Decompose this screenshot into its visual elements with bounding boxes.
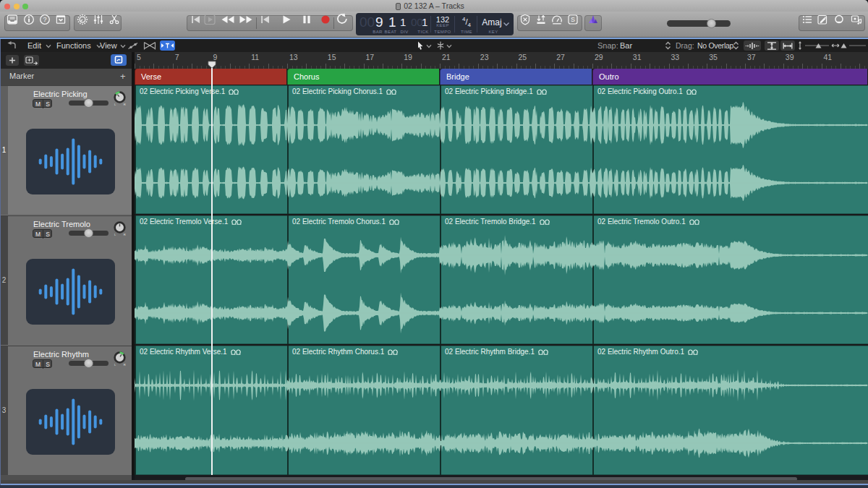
svg-text:L: L xyxy=(114,363,116,367)
svg-text:L: L xyxy=(114,103,116,106)
svg-text:L: L xyxy=(114,233,116,236)
svg-text:R: R xyxy=(124,233,126,236)
svg-text:R: R xyxy=(124,103,126,106)
svg-text:?: ? xyxy=(43,16,46,23)
svg-text:S: S xyxy=(571,16,575,23)
svg-text:R: R xyxy=(124,363,126,367)
